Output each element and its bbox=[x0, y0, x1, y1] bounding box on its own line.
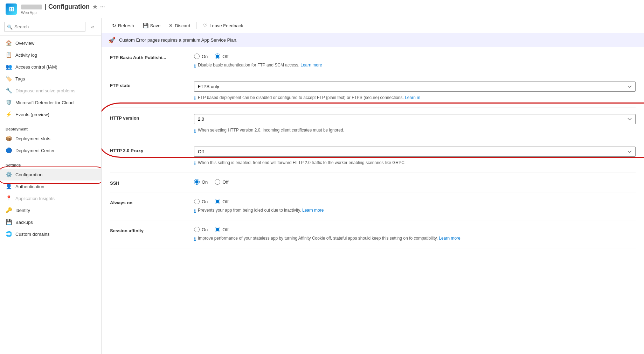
refresh-button[interactable]: ↻ Refresh bbox=[109, 21, 138, 30]
sidebar-item-deployment-slots[interactable]: 📦 Deployment slots bbox=[0, 133, 101, 144]
sidebar-item-label: Deployment slots bbox=[15, 136, 50, 141]
app-icon: ⊞ bbox=[6, 3, 17, 15]
http-proxy-setting: HTTP 2.0 Proxy Off On ℹ When this settin… bbox=[110, 140, 636, 173]
sidebar-item-authentication[interactable]: 👤 Authentication bbox=[0, 180, 101, 192]
sidebar-item-label: Identity bbox=[15, 208, 30, 213]
page-title: | Configuration ★ ··· bbox=[21, 3, 105, 10]
leave-feedback-button[interactable]: ♡ Leave Feedback bbox=[200, 21, 247, 30]
sidebar-item-label: Authentication bbox=[15, 184, 44, 189]
session-affinity-control: On Off ℹ Improve performance of your sta… bbox=[194, 227, 636, 242]
overview-icon: 🏠 bbox=[6, 40, 12, 46]
ftp-basic-auth-learn-more[interactable]: Learn more bbox=[300, 63, 322, 68]
deployment-center-icon: 🔵 bbox=[6, 147, 12, 154]
deployment-slots-icon: 📦 bbox=[6, 135, 12, 142]
ftp-basic-auth-on-option[interactable]: On bbox=[194, 54, 208, 59]
sidebar-item-identity[interactable]: 🔑 Identity bbox=[0, 204, 101, 216]
search-icon: 🔍 bbox=[7, 24, 13, 29]
ftp-state-learn-more[interactable]: Learn m bbox=[405, 95, 420, 100]
more-options-icon[interactable]: ··· bbox=[100, 4, 105, 10]
http-proxy-help: ℹ When this setting is enabled, front en… bbox=[194, 160, 636, 166]
http-version-select[interactable]: 2.0 1.1 bbox=[194, 114, 636, 124]
app-subtitle: Web App bbox=[21, 10, 105, 15]
ftp-basic-auth-on-radio[interactable] bbox=[194, 54, 200, 59]
http-proxy-label: HTTP 2.0 Proxy bbox=[110, 147, 187, 153]
session-affinity-off-option[interactable]: Off bbox=[215, 227, 228, 232]
feedback-label: Leave Feedback bbox=[209, 23, 243, 28]
sidebar-item-label: Application Insights bbox=[15, 196, 55, 201]
always-on-on-option[interactable]: On bbox=[194, 199, 208, 204]
favorite-star-icon[interactable]: ★ bbox=[92, 3, 97, 10]
ftp-state-help: ℹ FTP based deployment can be disabled o… bbox=[194, 95, 636, 101]
sidebar-item-application-insights[interactable]: 📍 Application Insights bbox=[0, 192, 101, 204]
session-affinity-on-radio[interactable] bbox=[194, 227, 200, 232]
sidebar-item-label: Custom domains bbox=[15, 232, 50, 237]
settings-form: FTP Basic Auth Publishi... On Off bbox=[102, 47, 644, 262]
toolbar: ↻ Refresh 💾 Save ✕ Discard ♡ Leave Feedb… bbox=[102, 18, 644, 33]
http-version-setting: HTTP version 2.0 1.1 ℹ When selecting HT… bbox=[110, 108, 636, 140]
ssh-off-radio[interactable] bbox=[215, 179, 220, 185]
always-on-off-radio[interactable] bbox=[215, 199, 220, 204]
info-icon: ℹ bbox=[194, 95, 196, 101]
always-on-setting: Always on On Off bbox=[110, 192, 636, 220]
defender-icon: 🛡️ bbox=[6, 99, 12, 106]
feedback-icon: ♡ bbox=[203, 23, 208, 28]
ftp-basic-auth-off-radio[interactable] bbox=[215, 54, 220, 59]
content-area: ↻ Refresh 💾 Save ✕ Discard ♡ Leave Feedb… bbox=[102, 18, 644, 354]
sidebar-item-label: Diagnose and solve problems bbox=[15, 88, 75, 93]
ssh-label: SSH bbox=[110, 179, 187, 186]
ftp-basic-auth-off-option[interactable]: Off bbox=[215, 54, 228, 59]
http-proxy-select[interactable]: Off On bbox=[194, 147, 636, 157]
sidebar-item-tags[interactable]: 🏷️ Tags bbox=[0, 73, 101, 85]
sidebar-item-label: Deployment Center bbox=[15, 148, 55, 153]
sidebar-item-diagnose[interactable]: 🔧 Diagnose and solve problems bbox=[0, 85, 101, 97]
sidebar-item-defender[interactable]: 🛡️ Microsoft Defender for Cloud bbox=[0, 97, 101, 108]
session-affinity-learn-more[interactable]: Learn more bbox=[439, 236, 460, 241]
resource-name-blurred bbox=[21, 5, 42, 9]
discard-label: Discard bbox=[175, 23, 190, 28]
save-icon: 💾 bbox=[143, 23, 148, 28]
configuration-icon: ⚙️ bbox=[6, 171, 12, 178]
always-on-on-radio[interactable] bbox=[194, 199, 200, 204]
session-affinity-off-radio[interactable] bbox=[215, 227, 220, 232]
discard-button[interactable]: ✕ Discard bbox=[165, 21, 194, 30]
toolbar-separator bbox=[196, 22, 197, 29]
sidebar-item-deployment-center[interactable]: 🔵 Deployment Center bbox=[0, 144, 101, 156]
ftp-state-setting: FTP state FTPS only All allowed FTP disa… bbox=[110, 75, 636, 108]
always-on-control: On Off ℹ Prevents your app from being id… bbox=[194, 199, 636, 214]
ssh-on-option[interactable]: On bbox=[194, 179, 208, 185]
content-scroll[interactable]: FTP Basic Auth Publishi... On Off bbox=[102, 47, 644, 354]
ftp-basic-auth-control: On Off ℹ Disable basic authentication fo… bbox=[194, 54, 636, 69]
sidebar-item-events[interactable]: ⚡ Events (preview) bbox=[0, 108, 101, 120]
http-version-control: 2.0 1.1 ℹ When selecting HTTP version 2.… bbox=[194, 114, 636, 134]
sidebar-item-configuration[interactable]: ⚙️ Configuration bbox=[0, 169, 101, 180]
identity-icon: 🔑 bbox=[6, 207, 12, 213]
sidebar-item-custom-domains[interactable]: 🌐 Custom domains bbox=[0, 228, 101, 240]
session-affinity-on-option[interactable]: On bbox=[194, 227, 208, 232]
notification-banner: 🚀 Custom Error pages requires a premium … bbox=[102, 33, 644, 47]
sidebar-item-backups[interactable]: 💾 Backups bbox=[0, 216, 101, 228]
info-icon: ℹ bbox=[194, 236, 196, 242]
always-on-label: Always on bbox=[110, 199, 187, 205]
sidebar-item-access-control[interactable]: 👥 Access control (IAM) bbox=[0, 61, 101, 73]
ssh-on-radio[interactable] bbox=[194, 179, 200, 185]
info-icon: ℹ bbox=[194, 161, 196, 166]
sidebar-item-overview[interactable]: 🏠 Overview bbox=[0, 37, 101, 49]
always-on-learn-more[interactable]: Learn more bbox=[302, 208, 324, 213]
sidebar-item-activity-log[interactable]: 📋 Activity log bbox=[0, 49, 101, 61]
always-on-off-option[interactable]: Off bbox=[215, 199, 228, 204]
ftp-state-label: FTP state bbox=[110, 82, 187, 88]
sidebar-item-label: Backups bbox=[15, 220, 33, 225]
save-button[interactable]: 💾 Save bbox=[139, 21, 164, 30]
info-icon: ℹ bbox=[194, 128, 196, 134]
search-input[interactable] bbox=[4, 22, 85, 32]
ssh-off-option[interactable]: Off bbox=[215, 179, 228, 185]
sidebar-item-label: Configuration bbox=[15, 172, 42, 177]
settings-section-label: Settings bbox=[0, 160, 101, 169]
authentication-icon: 👤 bbox=[6, 183, 12, 190]
sidebar-item-label: Access control (IAM) bbox=[15, 64, 57, 70]
ftp-state-select[interactable]: FTPS only All allowed FTP disabled bbox=[194, 82, 636, 92]
collapse-sidebar-button[interactable]: « bbox=[88, 22, 97, 31]
sidebar-search-area: 🔍 « bbox=[0, 18, 101, 36]
main-layout: 🔍 « 🏠 Overview 📋 Activity log 👥 Access c… bbox=[0, 18, 644, 354]
session-affinity-setting: Session affinity On Off bbox=[110, 220, 636, 248]
